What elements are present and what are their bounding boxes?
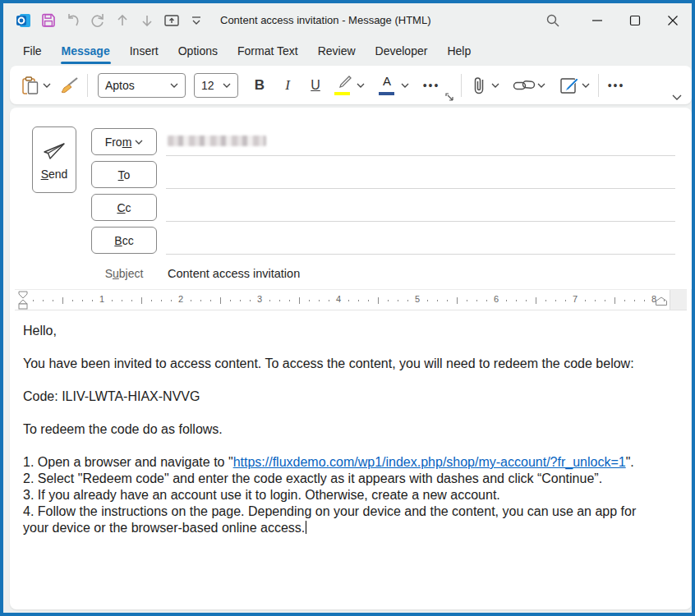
subject-field[interactable]: Content access invitation xyxy=(168,267,300,280)
font-color-button[interactable]: A xyxy=(375,72,399,99)
insert-link-button[interactable] xyxy=(513,72,536,99)
ruler-tick xyxy=(447,300,448,301)
signature-dropdown-chevron[interactable] xyxy=(580,72,591,99)
paste-dropdown-chevron[interactable] xyxy=(41,72,53,99)
font-color-dropdown-chevron[interactable] xyxy=(399,72,411,99)
redo-button[interactable] xyxy=(85,8,110,33)
tab-review[interactable]: Review xyxy=(310,39,364,62)
bcc-button[interactable]: Bcc xyxy=(91,227,157,254)
undo-button[interactable] xyxy=(61,8,85,33)
ribbon-toolbar: Aptos 12 B I U A xyxy=(10,66,692,104)
ruler-tick xyxy=(289,300,290,301)
ruler-tick xyxy=(319,300,320,301)
signature-button[interactable] xyxy=(559,72,580,99)
ruler-tick xyxy=(230,300,231,301)
highlighter-icon xyxy=(333,75,352,91)
more-formatting-button[interactable]: ••• xyxy=(421,72,442,99)
ruler-tick xyxy=(171,300,172,301)
tab-insert[interactable]: Insert xyxy=(122,39,167,62)
body-paragraph: 2. Select "Redeem code" and enter the co… xyxy=(23,471,657,487)
ruler-tick xyxy=(250,300,251,301)
ruler-tick xyxy=(398,300,398,301)
message-body-editor[interactable]: Hello,You have been invited to access co… xyxy=(23,323,657,536)
ruler-half-tick xyxy=(457,297,458,304)
ruler-tick xyxy=(329,300,329,301)
cc-button-label: Cc xyxy=(117,201,131,214)
ruler-tick xyxy=(368,300,369,301)
ruler-tick xyxy=(82,300,83,301)
move-down-button[interactable] xyxy=(135,8,159,33)
body-hyperlink[interactable]: https://fluxdemo.com/wp1/index.php/shop/… xyxy=(233,455,626,469)
ruler-tick xyxy=(506,300,507,301)
ruler-tick xyxy=(191,300,191,301)
tab-message[interactable]: Message xyxy=(53,39,118,62)
font-color-bar xyxy=(379,92,394,95)
cc-button[interactable]: Cc xyxy=(91,194,157,221)
ruler-tick xyxy=(43,300,44,301)
tab-format-text[interactable]: Format Text xyxy=(229,39,306,62)
font-size-select[interactable]: 12 xyxy=(194,73,238,98)
highlight-color-bar xyxy=(334,92,350,95)
highlight-dropdown-chevron[interactable] xyxy=(355,72,366,99)
ruler-tick xyxy=(358,300,359,301)
from-field[interactable] xyxy=(166,155,675,156)
search-icon[interactable] xyxy=(534,3,572,37)
tab-options[interactable]: Options xyxy=(170,39,226,62)
ruler-tick xyxy=(122,300,122,301)
touch-mouse-mode-icon[interactable] xyxy=(159,8,184,33)
toolbar-divider xyxy=(461,74,462,97)
body-blank-line xyxy=(23,405,657,421)
format-painter-button[interactable] xyxy=(59,72,81,99)
underline-button[interactable]: U xyxy=(302,72,329,99)
ruler-tick xyxy=(53,300,53,301)
ruler-tick xyxy=(585,300,586,301)
tab-file[interactable]: File xyxy=(15,39,50,62)
ruler-half-tick xyxy=(614,297,615,304)
ruler-tick xyxy=(161,300,162,301)
text-highlight-button[interactable] xyxy=(330,72,355,99)
send-button[interactable]: Send xyxy=(32,126,76,193)
ruler-tick xyxy=(634,300,635,301)
ruler-margin-area xyxy=(670,290,687,310)
italic-button[interactable]: I xyxy=(274,72,301,99)
ribbon-overflow-button[interactable]: ••• xyxy=(605,72,627,99)
tab-help[interactable]: Help xyxy=(439,39,479,62)
quick-access-toolbar xyxy=(3,8,209,33)
left-indent-markers[interactable] xyxy=(17,291,29,310)
horizontal-ruler[interactable]: 12345678 xyxy=(15,289,687,310)
tab-developer[interactable]: Developer xyxy=(367,39,436,62)
minimize-button[interactable] xyxy=(578,3,616,37)
move-up-button[interactable] xyxy=(110,8,135,33)
to-button[interactable]: To xyxy=(91,161,157,188)
font-color-letter: A xyxy=(377,74,397,88)
link-dropdown-chevron[interactable] xyxy=(536,72,547,99)
customize-quick-access-icon[interactable] xyxy=(184,8,209,33)
cc-field[interactable] xyxy=(166,221,675,222)
dialog-launcher-icon[interactable] xyxy=(445,93,454,102)
scrollbar-track[interactable] xyxy=(691,289,692,609)
from-button[interactable]: From xyxy=(91,128,157,155)
ruler-tick xyxy=(269,300,270,301)
ruler-tick xyxy=(388,300,389,301)
ruler-tick xyxy=(72,300,73,301)
body-paragraph: You have been invited to access content.… xyxy=(23,356,657,372)
collapse-ribbon-chevron[interactable] xyxy=(672,94,682,101)
bold-button[interactable]: B xyxy=(246,72,273,99)
ribbon-tabs: FileMessageInsertOptionsFormat TextRevie… xyxy=(3,37,692,65)
paste-button[interactable] xyxy=(20,72,41,99)
close-button[interactable] xyxy=(654,3,692,37)
bcc-field[interactable] xyxy=(166,254,675,255)
maximize-button[interactable] xyxy=(616,3,654,37)
ruler-tick xyxy=(486,300,487,301)
ruler-tick xyxy=(555,300,556,301)
ruler-number: 5 xyxy=(412,294,422,304)
attach-file-button[interactable] xyxy=(468,72,490,99)
outlook-app-icon xyxy=(12,8,36,33)
ruler-tick xyxy=(467,300,467,301)
to-field[interactable] xyxy=(166,188,675,189)
ruler-number: 4 xyxy=(334,294,343,304)
font-name-select[interactable]: Aptos xyxy=(98,73,186,98)
save-button[interactable] xyxy=(36,8,61,33)
body-paragraph: To redeem the code do as follows. xyxy=(23,421,657,438)
attach-dropdown-chevron[interactable] xyxy=(490,72,501,99)
